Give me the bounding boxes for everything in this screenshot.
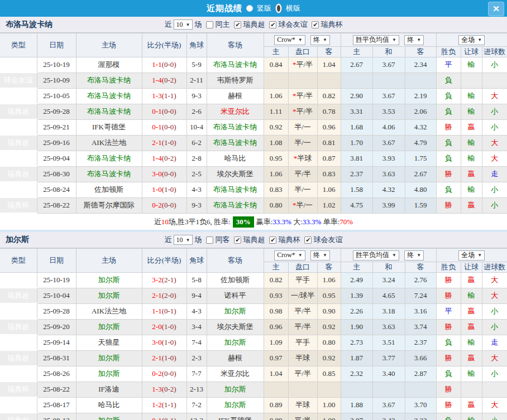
home-team: 渥那模 xyxy=(76,57,142,73)
away-team: 赫根 xyxy=(228,91,242,100)
recent-count-select[interactable]: 10 ▼ xyxy=(174,20,193,30)
subcol-away-odds: 客 xyxy=(317,262,341,273)
asian-away-odds: 0.95 xyxy=(317,288,341,303)
checkbox-league-1[interactable] xyxy=(234,236,241,244)
avg-time-select[interactable]: 终▼ xyxy=(404,250,424,260)
handicap-result: 贏 xyxy=(461,303,482,319)
checkbox-same-home[interactable] xyxy=(206,21,213,28)
goals-result: 小 xyxy=(482,197,507,213)
home-team: AIK法兰地 xyxy=(76,303,142,319)
score-cell: 0-1(0-1) xyxy=(142,413,186,420)
odds-time-select[interactable]: 终▼ xyxy=(310,250,330,260)
checkbox-same-away[interactable] xyxy=(206,236,213,244)
corner-score: 5-9 xyxy=(186,57,207,73)
asian-home-odds: 1.11 xyxy=(264,104,288,119)
checkbox-league-2[interactable] xyxy=(269,236,276,244)
league-3-label[interactable]: 瑞典杯 xyxy=(321,20,342,30)
same-home-label[interactable]: 同主 xyxy=(215,20,229,30)
away-cell: 米亚尔比 xyxy=(207,366,264,382)
avg-win-odds: 2.26 xyxy=(341,303,372,319)
recent-count-select[interactable]: 10 ▼ xyxy=(174,235,193,245)
league-3-label[interactable]: 球会友谊 xyxy=(313,235,342,245)
match-date: 25-09-04 xyxy=(37,151,76,166)
subcol-avg-draw: 和 xyxy=(372,47,405,57)
match-result: 勝 xyxy=(436,197,461,213)
away-cell: 布洛马波卡纳 xyxy=(207,197,264,213)
asian-home-odds: 0.89 xyxy=(264,397,288,413)
corner-score: 9-3 xyxy=(186,197,207,213)
subcol-handicap: 盘口 xyxy=(288,47,317,57)
avg-lose-odds: 3.66 xyxy=(405,350,436,366)
handicap-line: 平/半 xyxy=(294,307,311,315)
handicap-result: 贏 xyxy=(461,397,482,413)
goals-result: 大 xyxy=(482,273,507,288)
league-badge: 瑞典超 xyxy=(0,104,37,119)
match-result: 勝 xyxy=(436,382,461,397)
avg-lose-odds: 4.32 xyxy=(405,119,436,135)
handicap-cell: 半/一 xyxy=(288,135,317,151)
match-date: 25-09-28 xyxy=(37,104,76,119)
table-row: 瑞典杯 25-08-22 斯德哥尔摩国际 0-2(0-0) 9-3 布洛马波卡纳… xyxy=(0,197,507,213)
league-2-label[interactable]: 球会友谊 xyxy=(278,20,307,30)
corner-score: 9-4 xyxy=(186,288,207,303)
match-result: 負 xyxy=(436,413,461,420)
scope-select[interactable]: 全场▼ xyxy=(458,35,485,45)
match-result: 平 xyxy=(436,303,461,319)
avg-draw-odds: 3.77 xyxy=(372,350,405,366)
radio-vertical-layout[interactable] xyxy=(246,5,253,12)
odds-type-select[interactable]: 胜平负均值▼ xyxy=(353,35,399,45)
handicap-cell: 平手 xyxy=(288,273,317,288)
summary-bar: 近10场,胜3平1负6, 胜率: 30% 赢率:33.3% 大:33.3% 单率… xyxy=(0,214,507,230)
avg-draw-odds: 3.24 xyxy=(372,273,405,288)
match-result: 負 xyxy=(436,335,461,350)
handicap-line: 半/一 xyxy=(294,123,311,131)
bookmaker-select[interactable]: Crow*▼ xyxy=(274,35,305,45)
handicap-result: 贏 xyxy=(461,350,482,366)
away-cell: 哈马比 xyxy=(207,151,264,166)
league-badge: 球会友谊 xyxy=(0,73,37,88)
bookmaker-select[interactable]: Crow*▼ xyxy=(274,250,305,260)
score-cell: 1-1(0-0) xyxy=(142,57,186,73)
odds-time-select[interactable]: 终▼ xyxy=(310,35,330,45)
checkbox-league-3[interactable] xyxy=(304,236,312,244)
asian-home-odds: 0.89 xyxy=(264,413,288,420)
league-badge: 瑞典杯 xyxy=(0,197,37,213)
avg-draw-odds: 3.18 xyxy=(372,303,405,319)
home-team: 天狼星 xyxy=(76,335,142,350)
avg-lose-odds: 2.76 xyxy=(405,273,436,288)
score-cell: 3-0(0-0) xyxy=(142,166,186,182)
table-row: 瑞典超 25-10-04 加尔斯 2-1(2-0) 9-4 诺科平 0.93 一… xyxy=(0,288,507,303)
avg-draw-odds: 3.43 xyxy=(372,413,405,420)
handicap-cell: 半/一 xyxy=(288,182,317,197)
match-date: 25-08-24 xyxy=(37,182,76,197)
section-header-gais: 加尔斯 近 10 ▼ 场 同客 瑞典超 瑞典杯 球会友谊 xyxy=(0,232,507,248)
scope-select[interactable]: 全场▼ xyxy=(458,250,485,260)
away-cell: 布洛马波卡纳 xyxy=(207,57,264,73)
radio-vertical-label[interactable]: 竖版 xyxy=(257,3,271,13)
league-badge: 瑞典超 xyxy=(0,350,37,366)
close-icon[interactable]: ✕ xyxy=(488,2,504,16)
same-away-label[interactable]: 同客 xyxy=(215,235,229,245)
table-row: 瑞典超 25-09-28 AIK法兰地 1-1(0-1) 4-3 加尔斯 0.9… xyxy=(0,303,507,319)
radio-horizontal-layout[interactable] xyxy=(275,3,282,13)
checkbox-league-1[interactable] xyxy=(234,21,241,28)
radio-horizontal-label[interactable]: 横版 xyxy=(286,3,300,13)
checkbox-league-2[interactable] xyxy=(269,21,276,28)
score-cell: 1-2(1-1) xyxy=(142,397,186,413)
goals-result: 走 xyxy=(482,335,507,350)
away-cell: 诺科平 xyxy=(207,288,264,303)
avg-time-select[interactable]: 终▼ xyxy=(404,35,424,45)
league-badge: 瑞典超 xyxy=(0,397,37,413)
league-1-label[interactable]: 瑞典超 xyxy=(243,20,265,30)
subcol-avg-lose: 客 xyxy=(405,262,436,273)
table-row: 瑞典超 25-09-20 加尔斯 2-0(1-0) 3-4 埃尔夫斯堡 0.96… xyxy=(0,319,507,335)
checkbox-league-3[interactable] xyxy=(312,21,319,28)
away-cell: 布洛马波卡纳 xyxy=(207,119,264,135)
home-team: 加尔斯 xyxy=(76,350,142,366)
league-badge: 瑞典超 xyxy=(0,319,37,335)
league-1-label[interactable]: 瑞典超 xyxy=(243,235,265,245)
handicap-result: 贏 xyxy=(461,273,482,288)
league-2-label[interactable]: 瑞典杯 xyxy=(278,235,300,245)
odds-type-select[interactable]: 胜平负均值▼ xyxy=(353,250,399,260)
avg-lose-odds: 2.87 xyxy=(405,366,436,382)
